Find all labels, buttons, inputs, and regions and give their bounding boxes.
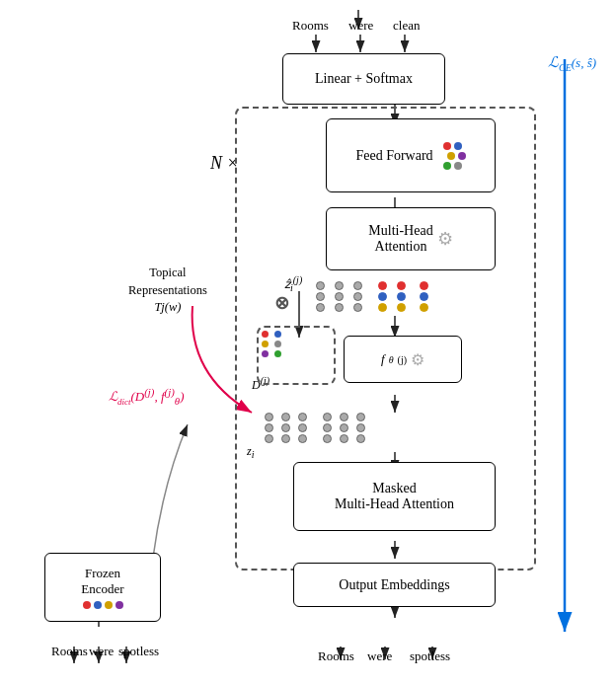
f-theta-icon: ⚙ [411, 350, 424, 369]
encoder-dots [83, 601, 123, 609]
mha-label: Multi-Head Attention [368, 223, 432, 255]
feed-forward-box: Feed Forward [326, 118, 496, 192]
multiply-symbol: ⊗ [274, 292, 289, 314]
masked-mha-label: Masked Multi-Head Attention [335, 481, 454, 512]
f-theta-label: f [381, 351, 385, 367]
word-rooms-bottom-left: Rooms [51, 644, 88, 659]
topical-representations-label: Topical Representations Tj(w) [128, 265, 207, 317]
loss-dict-label: ℒdict(D(j), f(j)θ) [109, 385, 184, 409]
dictionary-dots [262, 331, 284, 357]
masked-mha-box: Masked Multi-Head Attention [293, 462, 496, 531]
loss-ce-label: ℒCE(s, ŝ) [548, 53, 596, 73]
zi-vectors [265, 413, 365, 443]
linear-softmax-label: Linear + Softmax [315, 71, 413, 87]
frozen-encoder-label: Frozen Encoder [81, 566, 123, 597]
architecture-diagram: Rooms were clean Linear + Softmax ℒCE(s,… [0, 0, 616, 685]
tj-w-label: Tj(w) [128, 299, 207, 317]
linear-softmax-box: Linear + Softmax [282, 53, 445, 105]
qkv-vectors-top [316, 281, 428, 312]
word-clean-top: clean [393, 18, 420, 34]
word-spotless-bottom-left: spotless [118, 644, 159, 659]
feed-forward-label: Feed Forward [355, 148, 432, 164]
z-hat-label: ẑi(j) [284, 274, 302, 293]
word-rooms-bottom-right: Rooms [318, 648, 354, 664]
frozen-encoder-box: Frozen Encoder [44, 553, 161, 622]
output-embeddings-label: Output Embeddings [339, 577, 449, 593]
word-were-bottom-left: were [89, 644, 114, 659]
word-rooms-top: Rooms [292, 18, 329, 34]
zi-label: zi [247, 444, 254, 460]
f-theta-box: fθ(j) ⚙ [344, 336, 462, 383]
word-were-bottom-right: were [367, 648, 392, 664]
output-embeddings-box: Output Embeddings [293, 563, 496, 607]
attention-icon: ⚙ [437, 228, 453, 250]
word-were-top: were [348, 18, 373, 34]
word-spotless-bottom-right: spotless [410, 648, 450, 664]
multi-head-attention-box: Multi-Head Attention ⚙ [326, 207, 496, 270]
feed-forward-icon [443, 142, 466, 170]
